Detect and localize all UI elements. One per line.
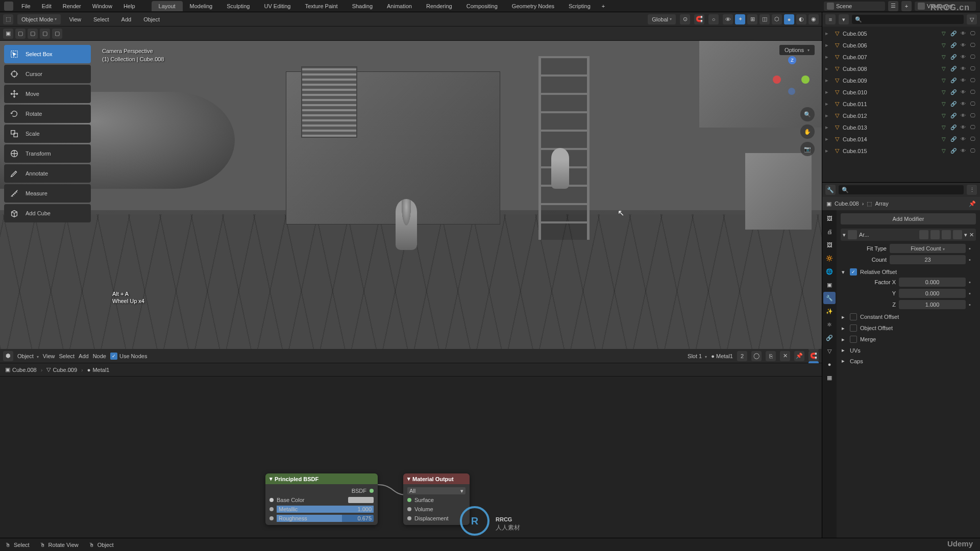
mesh-data-icon[interactable]: ▽	[940, 30, 948, 38]
constant-offset-panel[interactable]: ▸Constant Offset	[841, 311, 976, 322]
tab-texture-paint[interactable]: Texture Paint	[298, 1, 345, 11]
expand-icon[interactable]: ▸	[825, 54, 831, 60]
material-link-icon[interactable]: 🔗	[949, 41, 958, 49]
ne-mode-dropdown[interactable]: Object	[17, 353, 39, 359]
vp-menu-select[interactable]: Select	[89, 15, 113, 24]
eye-icon[interactable]: 👁	[959, 100, 967, 108]
tool-add-cube[interactable]: Add Cube	[4, 204, 91, 222]
socket-roughness-icon[interactable]	[270, 516, 274, 520]
expand-icon[interactable]: ▸	[825, 101, 831, 107]
socket-volume-icon[interactable]	[407, 507, 411, 511]
outliner-row[interactable]: ▸ ▽ Cube.010 ▽ 🔗 👁 🖵	[822, 86, 980, 98]
count-field[interactable]: 23	[890, 255, 966, 264]
tab-scripting[interactable]: Scripting	[561, 1, 598, 11]
scene-name-input[interactable]	[836, 3, 882, 9]
slot-dropdown[interactable]: Slot 1	[688, 353, 707, 359]
vp-menu-object[interactable]: Object	[139, 15, 164, 24]
expand-icon[interactable]: ▸	[825, 77, 831, 84]
material-link-icon[interactable]: 🔗	[949, 53, 958, 61]
material-copy[interactable]: ⎘	[766, 351, 776, 361]
array-modifier-header[interactable]: ▾ Ar... ▾ ✕	[841, 229, 976, 241]
xray-toggle[interactable]: ◫	[760, 14, 770, 24]
pin-icon[interactable]: 📌	[969, 201, 976, 207]
disable-icon[interactable]: 🖵	[969, 65, 977, 73]
material-link-icon[interactable]: 🔗	[949, 112, 958, 120]
props-search[interactable]: 🔍	[839, 185, 964, 194]
eye-icon[interactable]: 👁	[959, 77, 967, 85]
outliner-row[interactable]: ▸ ▽ Cube.007 ▽ 🔗 👁 🖵	[822, 51, 980, 63]
material-link-icon[interactable]: 🔗	[949, 88, 958, 96]
outliner-display-mode[interactable]: ▾	[839, 14, 849, 24]
mesh-data-icon[interactable]: ▽	[940, 53, 948, 61]
disable-icon[interactable]: 🖵	[969, 147, 977, 155]
zoom-button[interactable]: 🔍	[800, 107, 815, 121]
mesh-data-icon[interactable]: ▽	[940, 123, 948, 132]
ne-snap[interactable]: 🧲	[808, 351, 819, 361]
tab-physics[interactable]: ⚛	[823, 318, 836, 331]
ne-view[interactable]: View	[43, 353, 55, 359]
bc-material[interactable]: ● Metal1	[87, 367, 110, 373]
expand-icon[interactable]: ▸	[825, 30, 831, 37]
socket-displace-icon[interactable]	[407, 516, 411, 520]
collapse-icon[interactable]: ▾	[843, 232, 846, 238]
pan-button[interactable]: ✋	[800, 124, 815, 139]
fit-type-dropdown[interactable]: Fixed Count	[890, 244, 966, 253]
tab-particles[interactable]: ✨	[823, 305, 836, 317]
tab-uv-editing[interactable]: UV Editing	[257, 1, 298, 11]
eye-icon[interactable]: 👁	[959, 53, 967, 61]
ne-select[interactable]: Select	[59, 353, 75, 359]
mesh-data-icon[interactable]: ▽	[940, 41, 948, 49]
mesh-data-icon[interactable]: ▽	[940, 100, 948, 108]
expand-icon[interactable]: ▸	[825, 112, 831, 119]
disable-icon[interactable]: 🖵	[969, 41, 977, 49]
options-dropdown[interactable]: Options	[779, 45, 815, 55]
orientation-dropdown[interactable]: Global	[648, 14, 676, 24]
select-mode-2[interactable]: ▢	[15, 29, 26, 39]
disable-icon[interactable]: 🖵	[969, 88, 977, 96]
socket-metallic-icon[interactable]	[270, 507, 274, 511]
scene-selector[interactable]	[824, 2, 885, 11]
props-options[interactable]: ⋮	[967, 185, 977, 195]
select-mode-4[interactable]: ▢	[40, 29, 50, 39]
tab-texture[interactable]: ▦	[823, 371, 836, 384]
material-link-icon[interactable]: 🔗	[949, 65, 958, 73]
eye-icon[interactable]: 👁	[959, 88, 967, 96]
tab-modifiers[interactable]: 🔧	[823, 292, 836, 304]
props-editor-type[interactable]: 🔧	[825, 185, 836, 195]
tool-cursor[interactable]: Cursor	[4, 65, 91, 83]
disable-icon[interactable]: 🖵	[969, 100, 977, 108]
outliner-row[interactable]: ▸ ▽ Cube.011 ▽ 🔗 👁 🖵	[822, 98, 980, 110]
axis-x-icon[interactable]	[773, 76, 781, 84]
blender-logo-icon[interactable]	[4, 2, 13, 11]
tab-rendering[interactable]: Rendering	[419, 1, 459, 11]
tool-measure[interactable]: Measure	[4, 184, 91, 203]
eye-icon[interactable]: 👁	[959, 41, 967, 49]
mod-display-icon1[interactable]	[919, 230, 928, 239]
menu-file[interactable]: File	[16, 1, 36, 11]
eye-icon[interactable]: 👁	[959, 112, 967, 120]
tab-scene[interactable]: 🔆	[823, 252, 836, 264]
outliner-row[interactable]: ▸ ▽ Cube.008 ▽ 🔗 👁 🖵	[822, 63, 980, 74]
factor-x-field[interactable]: 0.000	[899, 278, 966, 287]
pivot-button[interactable]: ⊙	[680, 14, 690, 24]
tab-modeling[interactable]: Modeling	[183, 1, 220, 11]
socket-out-icon[interactable]	[370, 489, 374, 493]
material-unlink[interactable]: ✕	[780, 351, 790, 361]
outliner-row[interactable]: ▸ ▽ Cube.012 ▽ 🔗 👁 🖵	[822, 110, 980, 121]
ne-editor-type[interactable]: ⬢	[3, 351, 13, 361]
object-offset-panel[interactable]: ▸Object Offset	[841, 322, 976, 334]
tool-select-box[interactable]: Select Box	[4, 45, 91, 63]
mod-menu-icon[interactable]: ▾	[964, 232, 967, 238]
mesh-data-icon[interactable]: ▽	[940, 88, 948, 96]
disable-icon[interactable]: 🖵	[969, 30, 977, 38]
camera-button[interactable]: 📷	[800, 142, 815, 156]
socket-surface-icon[interactable]	[407, 498, 411, 502]
tab-viewlayer[interactable]: 🖼	[823, 239, 836, 251]
checkbox-off-icon[interactable]	[850, 336, 857, 343]
add-modifier-button[interactable]: Add Modifier	[841, 213, 976, 224]
bc-obj[interactable]: Cube.008	[835, 201, 859, 207]
factor-y-field[interactable]: 0.000	[899, 289, 966, 298]
tab-constraints[interactable]: 🔗	[823, 332, 836, 344]
tab-layout[interactable]: Layout	[152, 1, 183, 11]
mode-dropdown[interactable]: Object Mode	[17, 14, 61, 24]
